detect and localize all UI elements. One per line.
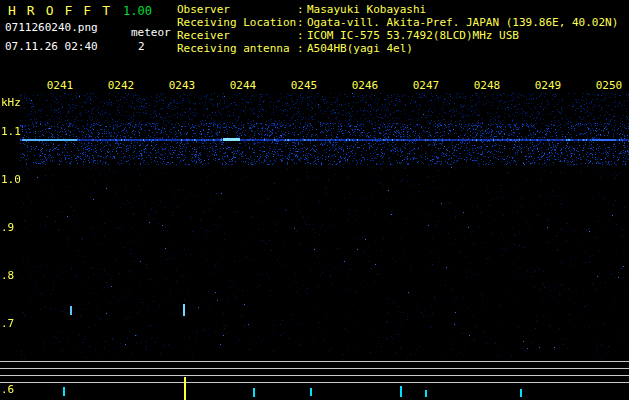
activity-tick [425, 390, 427, 397]
signal-meter [0, 0, 629, 400]
meter-grid-line [0, 375, 629, 376]
hrofft-app: HROFFT 1.00 0711260240.png meteor 07.11.… [0, 0, 629, 400]
meter-grid-line [0, 382, 629, 383]
activity-tick [400, 386, 402, 397]
activity-tick [520, 389, 522, 397]
activity-tick [184, 377, 186, 400]
activity-tick [63, 387, 65, 396]
activity-tick [310, 388, 312, 396]
meter-grid-line [0, 368, 629, 369]
meter-grid-line [0, 361, 629, 362]
activity-tick [253, 388, 255, 397]
